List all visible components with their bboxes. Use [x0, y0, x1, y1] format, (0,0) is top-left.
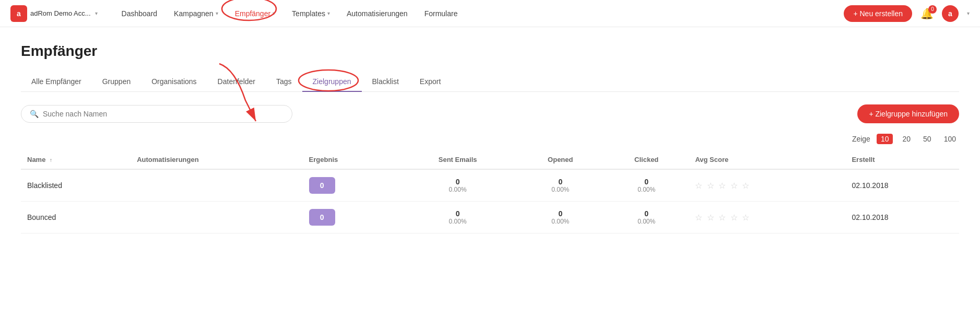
cell-name-blacklisted[interactable]: Blacklisted: [21, 169, 131, 202]
col-clicked: Clicked: [604, 150, 689, 169]
pagination-label: Zeige: [852, 135, 870, 143]
ergebnis-badge-bounced: 0: [309, 209, 335, 226]
col-erstellt: Erstellt: [845, 150, 959, 169]
search-input[interactable]: [43, 110, 284, 118]
cell-clicked-bounced: 0 0.00%: [604, 202, 689, 233]
search-row: 🔍 + Zielgruppe hinzufügen: [21, 104, 959, 123]
cell-automatisierungen-bounced: [131, 202, 302, 233]
col-opened: Opened: [517, 150, 604, 169]
nav-items: Dashboard Kampagnen ▾ Empfänger ▾ Templa…: [113, 0, 844, 27]
templates-chevron-icon: ▾: [327, 10, 330, 16]
cell-opened-blacklisted: 0 0.00%: [517, 169, 604, 202]
main-content: Empfänger Alle Empfänger Gruppen Organis…: [0, 27, 980, 316]
tab-zielgruppen[interactable]: Zielgruppen: [302, 72, 362, 92]
search-icon: 🔍: [30, 110, 39, 118]
notification-bell[interactable]: 🔔 0: [920, 7, 934, 20]
pagination-100[interactable]: 100: [941, 134, 959, 144]
stars-bounced: ☆ ☆ ☆ ☆ ☆: [695, 213, 750, 222]
col-automatisierungen: Automatisierungen: [131, 150, 302, 169]
nav-right: + Neu erstellen 🔔 0 a ▾: [844, 5, 970, 22]
pagination-10[interactable]: 10: [877, 134, 893, 144]
table-header-row: Name ↑ Automatisierungen Ergebnis Sent E…: [21, 150, 959, 169]
cell-ergebnis-bounced: 0: [303, 202, 399, 233]
tab-gruppen[interactable]: Gruppen: [92, 72, 141, 92]
user-chevron-icon: ▾: [967, 10, 970, 16]
kampagnen-chevron-icon: ▾: [216, 10, 218, 16]
pagination-50[interactable]: 50: [920, 134, 935, 144]
col-ergebnis: Ergebnis: [303, 150, 399, 169]
notification-badge: 0: [928, 5, 937, 14]
top-navigation: a adRom Demo Acc... ▾ Dashboard Kampagne…: [0, 0, 980, 27]
cell-erstellt-blacklisted: 02.10.2018: [845, 169, 959, 202]
tab-export[interactable]: Export: [409, 72, 451, 92]
nav-item-templates[interactable]: Templates ▾: [284, 0, 338, 27]
cell-sent-blacklisted: 0 0.00%: [399, 169, 517, 202]
tabs-bar: Alle Empfänger Gruppen Organisations Dat…: [21, 72, 959, 92]
search-box[interactable]: 🔍: [21, 105, 292, 123]
new-button[interactable]: + Neu erstellen: [844, 5, 912, 22]
pagination-20[interactable]: 20: [899, 134, 914, 144]
nav-item-formulare[interactable]: Formulare: [416, 0, 466, 27]
cell-name-bounced[interactable]: Bounced: [21, 202, 131, 233]
cell-avgscore-blacklisted: ☆ ☆ ☆ ☆ ☆: [689, 169, 845, 202]
tab-organisations[interactable]: Organisations: [141, 72, 207, 92]
cell-automatisierungen-blacklisted: [131, 169, 302, 202]
empfaenger-chevron-icon: ▾: [273, 10, 275, 16]
table-row: Bounced 0 0 0.00% 0: [21, 202, 959, 233]
pagination-row: Zeige 10 20 50 100: [21, 134, 959, 144]
tab-alle-empfaenger[interactable]: Alle Empfänger: [21, 72, 92, 92]
stars-blacklisted: ☆ ☆ ☆ ☆ ☆: [695, 181, 750, 190]
tab-blacklist[interactable]: Blacklist: [362, 72, 409, 92]
add-zielgruppe-button[interactable]: + Zielgruppe hinzufügen: [857, 104, 959, 123]
brand-logo[interactable]: a adRom Demo Acc... ▾: [10, 5, 98, 22]
cell-clicked-blacklisted: 0 0.00%: [604, 169, 689, 202]
col-sent-emails: Sent Emails: [399, 150, 517, 169]
ergebnis-badge-blacklisted: 0: [309, 177, 335, 194]
brand-chevron-icon: ▾: [95, 10, 98, 16]
nav-item-empfaenger[interactable]: Empfänger ▾: [227, 0, 284, 27]
nav-item-dashboard[interactable]: Dashboard: [113, 0, 166, 27]
user-avatar[interactable]: a: [942, 5, 959, 22]
tab-tags[interactable]: Tags: [266, 72, 302, 92]
cell-ergebnis-blacklisted: 0: [303, 169, 399, 202]
tab-datenfelder[interactable]: Datenfelder: [207, 72, 266, 92]
brand-icon: a: [10, 5, 27, 22]
col-name[interactable]: Name ↑: [21, 150, 131, 169]
brand-name: adRom Demo Acc...: [30, 9, 91, 17]
col-avg-score: Avg Score: [689, 150, 845, 169]
cell-avgscore-bounced: ☆ ☆ ☆ ☆ ☆: [689, 202, 845, 233]
sort-icon-name: ↑: [50, 157, 52, 163]
data-table: Name ↑ Automatisierungen Ergebnis Sent E…: [21, 150, 959, 233]
page-title: Empfänger: [21, 43, 959, 60]
nav-item-automatisierungen[interactable]: Automatisierungen: [338, 0, 416, 27]
cell-opened-bounced: 0 0.00%: [517, 202, 604, 233]
table-row: Blacklisted 0 0 0.00% 0: [21, 169, 959, 202]
cell-sent-bounced: 0 0.00%: [399, 202, 517, 233]
nav-item-kampagnen[interactable]: Kampagnen ▾: [166, 0, 227, 27]
cell-erstellt-bounced: 02.10.2018: [845, 202, 959, 233]
